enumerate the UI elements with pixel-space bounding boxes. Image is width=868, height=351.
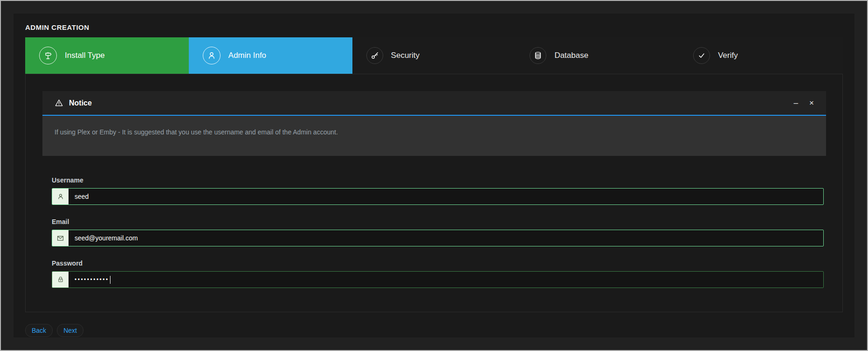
key-icon [366, 47, 383, 64]
password-value: ••••••••••• [69, 272, 110, 288]
email-input-row [52, 230, 824, 246]
tab-install-type[interactable]: Install Type [25, 37, 189, 74]
tab-label: Admin Info [228, 51, 266, 60]
wizard-footer: Back Next [25, 324, 843, 337]
email-field-group: Email [52, 218, 824, 246]
warning-icon [55, 98, 63, 107]
username-input[interactable] [69, 189, 823, 204]
tab-label: Security [391, 51, 420, 60]
tab-label: Verify [718, 51, 738, 60]
text-caret [110, 276, 111, 284]
wizard-content-panel: Notice – × If using Plex or Emby - It is… [25, 74, 843, 312]
tab-verify[interactable]: Verify [679, 37, 843, 74]
password-input-row[interactable]: ••••••••••• [52, 271, 824, 288]
password-label: Password [52, 260, 824, 267]
next-button[interactable]: Next [57, 324, 83, 337]
tab-label: Install Type [65, 51, 105, 60]
check-icon [693, 47, 710, 64]
username-label: Username [52, 176, 824, 184]
person-icon [203, 47, 220, 64]
notice-body-text: If using Plex or Emby - It is suggested … [42, 116, 826, 156]
notice-header: Notice – × [42, 91, 826, 116]
tab-label: Database [554, 51, 588, 60]
page-title: ADMIN CREATION [25, 23, 843, 31]
tab-database[interactable]: Database [516, 37, 679, 74]
notice-panel: Notice – × If using Plex or Emby - It is… [42, 91, 826, 156]
database-icon [530, 47, 546, 64]
admin-info-form: Username Email [52, 176, 824, 288]
mail-icon [52, 230, 69, 246]
username-input-row [52, 188, 824, 205]
email-input[interactable] [69, 230, 823, 246]
tab-security[interactable]: Security [352, 37, 516, 74]
screen: ADMIN CREATION Install Type [0, 0, 868, 351]
password-masked-text: ••••••••••• [75, 271, 109, 288]
notice-title: Notice [69, 99, 92, 107]
signpost-icon [39, 47, 57, 64]
password-field-group: Password ••••••••••• [52, 260, 824, 288]
back-button[interactable]: Back [25, 324, 53, 337]
tab-admin-info[interactable]: Admin Info [189, 37, 352, 74]
lock-icon [52, 272, 69, 288]
minimize-button[interactable]: – [794, 99, 798, 107]
close-button[interactable]: × [809, 99, 814, 107]
person-icon [52, 189, 69, 204]
wizard-tabbar: Install Type Admin Info [25, 37, 843, 74]
username-field-group: Username [52, 176, 824, 205]
email-label: Email [52, 218, 824, 225]
admin-creation-card: ADMIN CREATION Install Type [14, 14, 854, 337]
